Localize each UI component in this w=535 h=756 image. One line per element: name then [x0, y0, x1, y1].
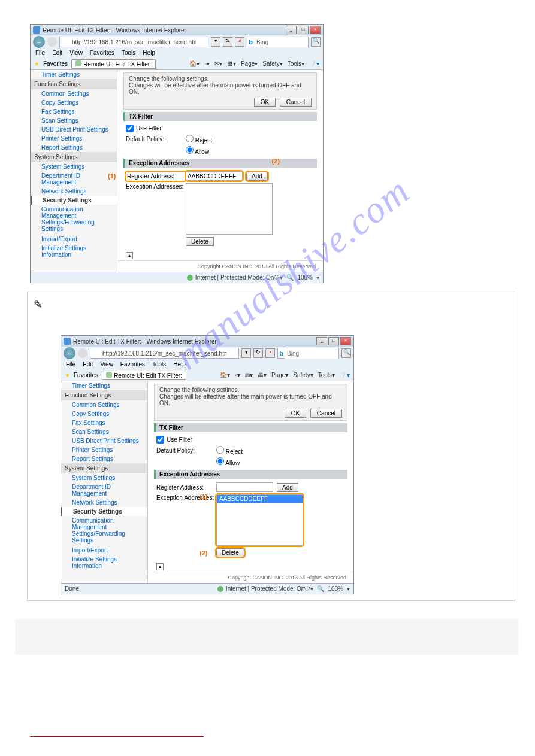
sidebar-item-scan[interactable]: Scan Settings: [61, 427, 147, 436]
menu-help[interactable]: Help: [173, 361, 186, 368]
sidebar-item-fax[interactable]: Fax Settings: [31, 107, 117, 116]
sidebar-item-import[interactable]: Import/Export: [31, 235, 117, 244]
help-icon[interactable]: ❔▾: [340, 372, 350, 378]
cancel-button[interactable]: Cancel: [310, 409, 342, 418]
print-icon[interactable]: 🖶▾: [227, 60, 236, 67]
stop-button[interactable]: ×: [235, 37, 244, 47]
minimize-button[interactable]: _: [286, 26, 297, 34]
sidebar-item-common[interactable]: Common Settings: [31, 89, 117, 98]
dropdown-icon[interactable]: ▾: [211, 37, 220, 47]
menu-view[interactable]: View: [100, 361, 113, 368]
refresh-button[interactable]: ↻: [223, 37, 232, 47]
sidebar-item-report[interactable]: Report Settings: [61, 454, 147, 463]
menu-tools[interactable]: Tools: [152, 361, 166, 368]
search-button[interactable]: 🔍: [341, 348, 351, 358]
print-icon[interactable]: 🖶▾: [258, 372, 267, 378]
maximize-button[interactable]: □: [328, 337, 339, 345]
menu-tools[interactable]: Tools: [122, 50, 135, 57]
sidebar-item-common[interactable]: Common Settings: [61, 400, 147, 409]
back-button[interactable]: ←: [33, 36, 45, 48]
register-address-input[interactable]: [186, 171, 243, 181]
use-filter-checkbox[interactable]: [126, 125, 134, 132]
sidebar-item-usb[interactable]: USB Direct Print Settings: [31, 125, 117, 134]
zoom-level[interactable]: 100%: [328, 585, 343, 592]
feed-icon[interactable]: ▫▾: [204, 60, 210, 67]
sidebar-item-scan[interactable]: Scan Settings: [31, 116, 117, 125]
page-menu[interactable]: Page▾: [271, 372, 288, 378]
sidebar-item-dept[interactable]: Department ID Management: [31, 171, 117, 187]
help-icon[interactable]: ❔▾: [309, 60, 319, 67]
menu-favorites[interactable]: Favorites: [90, 50, 114, 57]
reject-radio[interactable]: [216, 446, 224, 454]
feed-icon[interactable]: ▫▾: [235, 372, 240, 378]
favorites-label[interactable]: Favorites: [74, 372, 98, 378]
protected-mode-icon[interactable]: 🛡▾: [274, 274, 283, 281]
maximize-button[interactable]: □: [298, 26, 309, 34]
home-icon[interactable]: 🏠▾: [189, 60, 200, 67]
sidebar-item-timer[interactable]: Timer Settings: [61, 381, 147, 390]
sidebar-item-dept[interactable]: Department ID Management: [61, 482, 147, 498]
menu-view[interactable]: View: [69, 50, 83, 57]
sidebar-item-system[interactable]: System Settings: [61, 473, 147, 482]
add-button[interactable]: Add: [277, 483, 298, 492]
zoom-icon[interactable]: 🔍: [317, 585, 324, 592]
sidebar-item-system[interactable]: System Settings: [31, 162, 117, 171]
exception-listbox[interactable]: [186, 183, 273, 235]
active-tab[interactable]: Remote UI: Edit TX Filter:: [102, 371, 186, 380]
cancel-button[interactable]: Cancel: [280, 98, 312, 107]
allow-radio[interactable]: [186, 146, 194, 154]
sidebar-item-fax[interactable]: Fax Settings: [61, 418, 147, 427]
sidebar-item-network[interactable]: Network Settings: [61, 498, 147, 507]
refresh-button[interactable]: ↻: [253, 348, 263, 358]
ok-button[interactable]: OK: [254, 98, 276, 107]
list-item-selected[interactable]: AABBCCDDEEFF: [217, 495, 303, 503]
mail-icon[interactable]: ✉▾: [245, 372, 253, 378]
sidebar-item-timer[interactable]: Timer Settings: [31, 70, 117, 79]
forward-button[interactable]: [47, 37, 57, 47]
close-button[interactable]: ×: [310, 26, 321, 34]
menu-favorites[interactable]: Favorites: [120, 361, 145, 368]
mail-icon[interactable]: ✉▾: [214, 60, 222, 67]
search-input[interactable]: [285, 348, 338, 359]
search-button[interactable]: 🔍: [311, 37, 321, 47]
sidebar-item-init[interactable]: Initialize Settings Information: [61, 555, 147, 570]
close-button[interactable]: ×: [340, 337, 351, 345]
sidebar-item-comm[interactable]: Communication Management Settings/Forwar…: [31, 205, 117, 235]
menu-help[interactable]: Help: [143, 50, 155, 57]
zoom-level[interactable]: 100%: [297, 274, 313, 281]
ok-button[interactable]: OK: [285, 409, 306, 418]
sidebar-item-copy[interactable]: Copy Settings: [31, 98, 117, 107]
exception-listbox[interactable]: AABBCCDDEEFF: [216, 494, 303, 546]
sidebar-item-network[interactable]: Network Settings: [31, 187, 117, 196]
delete-button[interactable]: Delete: [186, 237, 214, 246]
url-input[interactable]: [59, 37, 208, 47]
add-button[interactable]: Add: [246, 172, 268, 181]
allow-radio[interactable]: [216, 457, 224, 465]
delete-button[interactable]: Delete: [216, 548, 244, 557]
menu-edit[interactable]: Edit: [52, 50, 62, 57]
forward-button[interactable]: [78, 348, 87, 358]
breadcrumb-link[interactable]: Canon imageCLASS MF8280Cw: [30, 729, 204, 737]
sidebar-item-copy[interactable]: Copy Settings: [61, 409, 147, 418]
safety-menu[interactable]: Safety▾: [262, 60, 282, 67]
zoom-icon[interactable]: 🔍: [286, 274, 294, 281]
register-address-input[interactable]: [216, 482, 273, 492]
search-input[interactable]: [254, 37, 308, 47]
page-menu[interactable]: Page▾: [241, 60, 258, 67]
back-button[interactable]: ←: [64, 347, 75, 359]
sidebar-item-usb[interactable]: USB Direct Print Settings: [61, 436, 147, 445]
sidebar-item-printer[interactable]: Printer Settings: [61, 445, 147, 454]
use-filter-checkbox[interactable]: [156, 436, 164, 444]
tools-menu[interactable]: Tools▾: [288, 60, 304, 67]
menu-edit[interactable]: Edit: [83, 361, 93, 368]
zoom-dropdown[interactable]: ▾: [316, 274, 319, 281]
stop-button[interactable]: ×: [265, 348, 275, 358]
sidebar-item-init[interactable]: Initialize Settings Information: [31, 244, 117, 259]
tools-menu[interactable]: Tools▾: [318, 372, 335, 378]
sidebar-item-security[interactable]: Security Settings: [61, 507, 147, 516]
menu-file[interactable]: File: [66, 361, 75, 368]
minimize-button[interactable]: _: [316, 337, 327, 345]
protected-mode-icon[interactable]: 🛡▾: [304, 585, 313, 592]
sidebar-item-import[interactable]: Import/Export: [61, 546, 147, 555]
top-icon[interactable]: ▴: [126, 252, 133, 259]
